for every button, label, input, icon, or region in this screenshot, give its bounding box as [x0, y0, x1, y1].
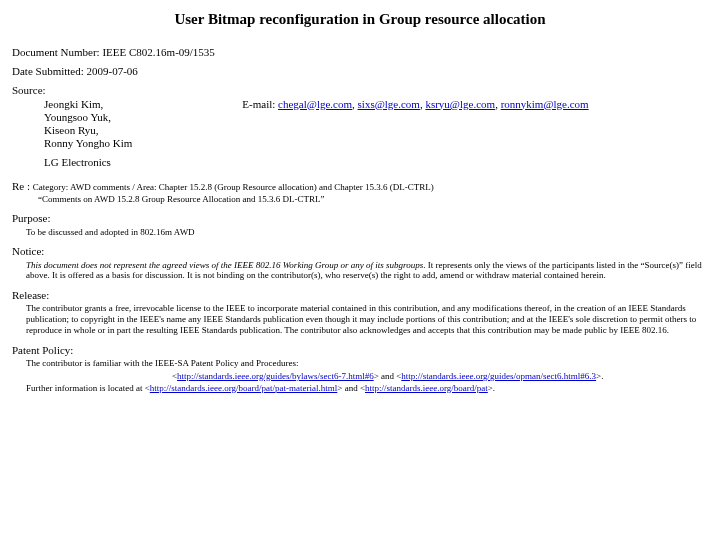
patent-link[interactable]: http://standards.ieee.org/board/pat/pat-… — [150, 383, 338, 393]
page-title: User Bitmap reconfiguration in Group res… — [12, 10, 708, 28]
source-label: Source: — [12, 84, 708, 97]
email-link[interactable]: sixs@lge.com — [358, 98, 420, 110]
date-submitted: Date Submitted: 2009-07-06 — [12, 65, 708, 78]
company: LG Electronics — [44, 156, 708, 169]
re-section: Re : Category: AWD comments / Area: Chap… — [12, 180, 708, 205]
release-body: The contributor grants a free, irrevocab… — [26, 303, 708, 335]
source-block: Source: Jeongki Kim, Youngsoo Yuk, Kiseo… — [12, 84, 708, 150]
doc-number-value: IEEE C802.16m-09/1535 — [102, 46, 214, 58]
re-label: Re : — [12, 180, 33, 192]
notice-italic: This document does not represent the agr… — [26, 260, 423, 270]
document-page: User Bitmap reconfiguration in Group res… — [0, 0, 720, 403]
patent-further-text: Further information is located at < — [26, 383, 150, 393]
date-label: Date Submitted: — [12, 65, 87, 77]
author: Ronny Yongho Kim — [44, 137, 132, 150]
email-link[interactable]: chegal@lge.com — [278, 98, 352, 110]
re-line2: “Comments on AWD 15.2.8 Group Resource A… — [38, 194, 708, 205]
patent-mid: > and < — [337, 383, 365, 393]
author: Youngsoo Yuk, — [44, 111, 132, 124]
release-label: Release: — [12, 289, 708, 302]
doc-number-label: Document Number: — [12, 46, 102, 58]
patent-links-line: <http://standards.ieee.org/guides/bylaws… — [172, 371, 708, 382]
patent-link[interactable]: http://standards.ieee.org/guides/bylaws/… — [177, 371, 374, 381]
email-block: E-mail: chegal@lge.com, sixs@lge.com, ks… — [242, 98, 588, 111]
patent-link[interactable]: http://standards.ieee.org/board/pat — [365, 383, 488, 393]
notice-label: Notice: — [12, 245, 708, 258]
author: Kiseon Ryu, — [44, 124, 132, 137]
date-value: 2009-07-06 — [87, 65, 138, 77]
email-link[interactable]: ksryu@lge.com — [425, 98, 495, 110]
patent-intro: The contributor is familiar with the IEE… — [26, 358, 708, 369]
authors-list: Jeongki Kim, Youngsoo Yuk, Kiseon Ryu, R… — [44, 98, 132, 151]
email-link[interactable]: ronnykim@lge.com — [501, 98, 589, 110]
purpose-label: Purpose: — [12, 212, 708, 225]
re-line1: Category: AWD comments / Area: Chapter 1… — [33, 182, 434, 192]
email-label: E-mail: — [242, 98, 278, 110]
patent-end: >. — [488, 383, 495, 393]
purpose-body: To be discussed and adopted in 802.16m A… — [26, 227, 708, 238]
document-number: Document Number: IEEE C802.16m-09/1535 — [12, 46, 708, 59]
notice-body: This document does not represent the agr… — [26, 260, 708, 282]
patent-link[interactable]: http://standards.ieee.org/guides/opman/s… — [401, 371, 596, 381]
patent-further: Further information is located at <http:… — [26, 383, 708, 394]
author: Jeongki Kim, — [44, 98, 132, 111]
patent-label: Patent Policy: — [12, 344, 708, 357]
